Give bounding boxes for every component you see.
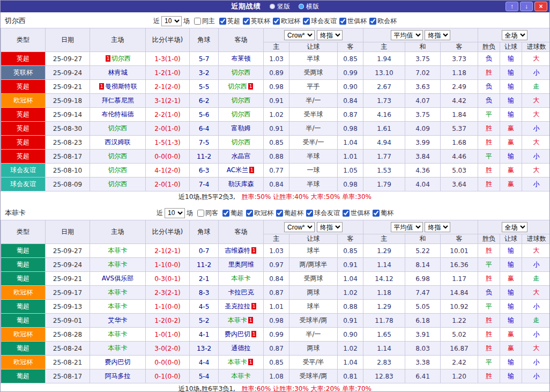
scope-select[interactable]: 全场 (502, 30, 527, 40)
handicap-line: 半/一 (289, 122, 338, 136)
away-team-name[interactable]: 富勒姆 (232, 124, 251, 132)
home-team-name[interactable]: 林肯城 (108, 69, 128, 76)
away-team-name[interactable]: 布莱顿 (232, 55, 251, 62)
home-team-name[interactable]: 布伦特福德 (102, 110, 134, 118)
league-filter-checkbox[interactable]: 欧冠杯 (270, 17, 300, 26)
home-team-name[interactable]: 艾华卡 (108, 316, 128, 324)
home-team-name[interactable]: 本菲卡 (108, 289, 128, 296)
euro-time-select[interactable]: 终指 (425, 30, 450, 40)
league-filter-checkbox[interactable]: 葡超 (220, 209, 243, 218)
league-filter-checkbox-input[interactable] (369, 18, 376, 25)
home-team-name[interactable]: 切尔西 (108, 180, 128, 188)
away-team-name[interactable]: 里奥阿维 (228, 261, 254, 268)
away-team-name[interactable]: 吉维森特 (225, 247, 250, 254)
home-team-name[interactable]: 拜仁慕尼黑 (102, 97, 134, 104)
away-team-name[interactable]: 本菲卡 (232, 275, 251, 282)
home-team-name[interactable]: 本菲卡 (108, 302, 128, 310)
same-venue-checkbox-input[interactable] (194, 18, 201, 25)
match-score: 2-2(1-0) (146, 108, 190, 122)
same-venue-checkbox[interactable]: 同客 (195, 209, 218, 218)
handicap-away-odds: 1.04 (338, 356, 363, 369)
away-team-cell: 通德拉 (219, 342, 264, 356)
league-filter-checkbox[interactable]: 世俱杯 (337, 17, 367, 26)
league-filter-checkbox-input[interactable] (222, 210, 229, 217)
odds-company-select[interactable]: Crow* (284, 30, 315, 40)
home-team-name[interactable]: 曼彻斯特联 (105, 83, 137, 90)
match-date: 25-09-18 (46, 94, 90, 108)
away-team-name[interactable]: 本菲卡 (228, 316, 247, 324)
same-venue-checkbox[interactable]: 同主 (191, 17, 215, 26)
league-filter-checkbox-input[interactable] (339, 18, 346, 25)
away-team-name[interactable]: 卡拉巴克 (228, 289, 254, 296)
scope-select[interactable]: 全场 (502, 222, 527, 232)
euro-time-select[interactable]: 终指 (425, 222, 450, 232)
home-team-name[interactable]: 阿马多拉 (105, 372, 131, 380)
home-team-name[interactable]: 费内巴切 (105, 358, 131, 366)
match-score: 1-2(1-0) (146, 66, 190, 80)
recent-count-select[interactable]: 10 (165, 208, 185, 218)
corner-score: 8-3 (190, 286, 219, 300)
league-filter-checkbox[interactable]: 欧会杯 (367, 17, 397, 26)
home-team-name[interactable]: 切尔西 (108, 166, 128, 174)
handicap-home-odds: 0.87 (264, 342, 289, 356)
home-team-cell: 本菲卡 (90, 286, 146, 300)
move-down-button[interactable]: ↓ (520, 2, 533, 11)
away-team-name[interactable]: 圣克拉拉 (225, 302, 250, 310)
euro-company-select[interactable]: 平均值 (391, 222, 423, 232)
layout-vertical-radio[interactable]: 竖版 (270, 2, 290, 11)
league-filter-checkbox[interactable]: 葡超杯 (273, 209, 303, 218)
league-filter-checkbox[interactable]: 欧冠杯 (243, 209, 273, 218)
recent-count-select[interactable]: 10 (161, 16, 182, 26)
home-team-name[interactable]: AVS俱乐部 (102, 275, 133, 282)
league-filter-checkbox-input[interactable] (276, 210, 283, 217)
close-button[interactable]: × (534, 2, 547, 11)
away-team-name[interactable]: 水晶宫 (232, 152, 251, 160)
move-up-button[interactable]: ↑ (506, 2, 518, 11)
league-filter-checkbox-input[interactable] (303, 18, 310, 25)
away-team-name[interactable]: 切尔西 (232, 110, 251, 118)
away-team-name[interactable]: 切尔西 (232, 97, 251, 104)
layout-horizontal-radio[interactable]: 横版 (299, 2, 319, 11)
odds-time-select[interactable]: 终指 (317, 30, 343, 40)
euro-company-select[interactable]: 平均值 (391, 30, 423, 40)
home-team-name[interactable]: 本菲卡 (108, 344, 128, 352)
home-team-cell: 切尔西 (90, 122, 146, 136)
home-team-name[interactable]: 本菲卡 (108, 261, 128, 268)
away-team-name[interactable]: 切尔西 (232, 69, 251, 76)
match-date: 25-09-21 (46, 272, 90, 286)
avg-draw-odds: 4.36 (405, 164, 441, 177)
league-filter-checkbox[interactable]: 葡杯 (370, 209, 393, 218)
handicap-line: 半球 (289, 52, 338, 66)
away-team-name[interactable]: 切尔西 (228, 83, 247, 90)
league-filter-checkbox[interactable]: 世俱杯 (340, 209, 370, 218)
away-team-name[interactable]: 切尔西 (232, 138, 251, 146)
league-filter-checkbox[interactable]: 英超 (217, 17, 240, 26)
home-team-name[interactable]: 本菲卡 (108, 247, 128, 254)
home-team-name[interactable]: 切尔西 (108, 152, 128, 160)
league-filter-checkbox[interactable]: 英联杯 (240, 17, 270, 26)
league-filter-checkbox-input[interactable] (273, 18, 280, 25)
same-venue-checkbox-input[interactable] (197, 210, 204, 217)
league-filter-checkbox-input[interactable] (343, 210, 350, 217)
home-team-name[interactable]: 西汉姆联 (105, 138, 131, 146)
league-filter-checkbox-input[interactable] (373, 210, 380, 217)
league-filter-checkbox-input[interactable] (306, 210, 313, 217)
league-filter-checkbox-input[interactable] (219, 18, 226, 25)
away-team-name[interactable]: 勒沃库森 (228, 180, 254, 188)
odds-time-select[interactable]: 终指 (317, 222, 343, 232)
away-team-name[interactable]: 本菲卡 (232, 372, 251, 380)
handicap-away-odds: 0.91 (338, 258, 363, 272)
league-filter-checkbox-input[interactable] (243, 18, 250, 25)
league-filter-checkbox[interactable]: 球会友谊 (300, 17, 337, 26)
odds-company-select[interactable]: Crow* (284, 222, 315, 232)
league-filter-checkbox-input[interactable] (246, 210, 253, 217)
league-filter-checkbox[interactable]: 球会友谊 (303, 209, 340, 218)
home-team-name[interactable]: 切尔西 (112, 55, 131, 62)
home-team-name[interactable]: 切尔西 (108, 124, 128, 132)
home-team-name[interactable]: 本菲卡 (108, 330, 128, 338)
away-team-name[interactable]: 通德拉 (232, 344, 251, 352)
match-row: 英超25-08-30切尔西2-0(1-0)6-4富勒姆0.91半/一0.981.… (1, 122, 550, 136)
away-team-name[interactable]: AC米兰 (227, 166, 248, 174)
away-team-name[interactable]: 费内巴切 (225, 330, 250, 338)
away-team-name[interactable]: 本菲卡 (228, 358, 247, 366)
